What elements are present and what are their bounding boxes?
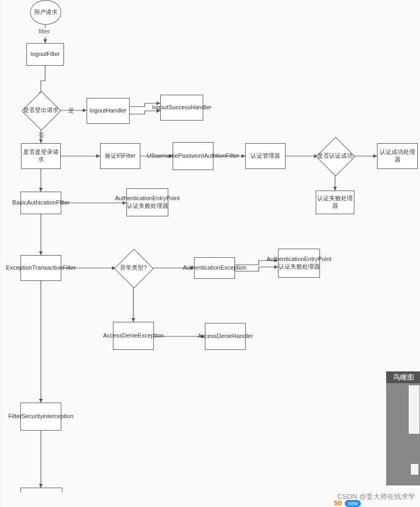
success-handler-text: 认证成功处理器 [379, 149, 416, 164]
is-login-node: 是否是登录请求 [21, 143, 61, 169]
logout-handler-text: logoutHandler [90, 107, 127, 115]
captcha-filter-node: 验证码Filter [100, 143, 140, 169]
captcha-filter-text: 验证码Filter [105, 152, 136, 160]
minimap-panel[interactable]: 鸟瞰图 [386, 371, 420, 485]
basic-auth-node: BasicAuthicationFIlter [20, 192, 61, 214]
basic-auth-text: BasicAuthicationFIlter [12, 199, 69, 207]
auth-manager-node: 认证管理器 [245, 143, 286, 169]
access-denied-handler-node: AccessDenieHandler [205, 323, 246, 350]
minimap-thumb-1 [409, 385, 419, 434]
new-badge: new [345, 500, 361, 507]
is-logout-text: 是否登出请求 [22, 96, 60, 125]
logout-filter-text: logoutFilter [31, 51, 60, 58]
logout-handler-node: logoutHandler [87, 98, 130, 124]
access-denied-exception-text: AccessDenieException [103, 332, 164, 340]
auth-exception-text: AuthenticationException [183, 264, 246, 272]
username-password-filter-node: USsernamePasswordAuthtionFIlter [173, 142, 213, 170]
auth-entry-point-1-text: AuthenticationEntryPoint认证失败处理器 [115, 195, 180, 210]
auth-manager-text: 认证管理器 [251, 152, 280, 160]
auth-ok-text: 是否认证成功 [317, 141, 353, 171]
arrows-layer [1, 0, 420, 507]
diagram-canvas: 用户请求 filter logoutFilter 是否登出请求 是 否 logo… [0, 0, 420, 507]
exc-type-text: 异常类型? [115, 254, 152, 282]
logout-success-handler-node: logoutSuccessHandler [160, 95, 203, 121]
exception-filter-text: ExceptionTransactionFilter [6, 264, 76, 272]
filter-security-node: FilterSecurityinterception [20, 403, 61, 431]
start-text: 用户请求 [34, 9, 58, 16]
partial-cutoff-node [20, 488, 62, 492]
minimap-body[interactable] [386, 383, 420, 485]
success-handler-node: 认证成功处理器 [377, 143, 418, 169]
bottom-indicator: 50 new [334, 499, 361, 507]
filter-label: filter [39, 28, 50, 34]
failure-handler-node: 认证失败处理器 [316, 191, 354, 214]
failure-handler-text: 认证失败处理器 [317, 195, 353, 210]
no-label-1: 否 [38, 131, 44, 139]
is-login-text: 是否是登录请求 [23, 149, 59, 164]
filter-security-text: FilterSecurityinterception [8, 413, 73, 420]
access-denied-exception-node: AccessDenieException [113, 322, 154, 350]
indicator-number: 50 [334, 499, 341, 507]
auth-exception-node: AuthenticationException [194, 257, 235, 279]
logout-success-handler-text: logoutSuccessHandler [152, 104, 211, 111]
auth-entry-point-1-node: AuthenticationEntryPoint认证失败处理器 [126, 188, 168, 216]
minimap-thumb-2 [411, 464, 418, 475]
username-password-filter-text: USsernamePasswordAuthtionFIlter [147, 152, 239, 160]
access-denied-handler-text: AccessDenieHandler [198, 333, 253, 340]
minimap-title: 鸟瞰图 [386, 371, 420, 383]
auth-entry-point-2-node: AuthenticationEntryPoint认证失败处理器 [278, 249, 320, 278]
exception-filter-node: ExceptionTransactionFilter [20, 255, 61, 281]
logout-filter-node: logoutFilter [26, 43, 64, 66]
start-node: 用户请求 [30, 0, 61, 25]
yes-label-1: 是 [68, 107, 74, 115]
credit-author: 姜大师在线求学 [366, 492, 415, 501]
auth-entry-point-2-text: AuthenticationEntryPoint认证失败处理器 [267, 256, 331, 271]
